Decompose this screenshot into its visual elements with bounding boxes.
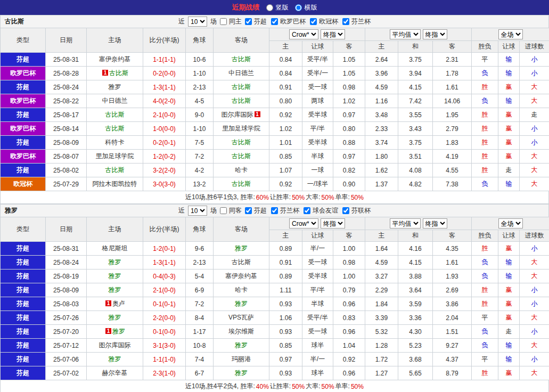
score-cell[interactable]: 2-1(0-0) — [143, 108, 186, 122]
league-filter-checkbox[interactable] — [304, 207, 310, 214]
away-team-cell[interactable]: 雅罗 — [214, 339, 269, 353]
fulltime-select[interactable]: 全场 — [498, 218, 523, 228]
league-filter-option[interactable]: 芬兰杯 — [342, 17, 371, 26]
team-name-link[interactable]: 中日德兰 — [102, 97, 128, 104]
team-name-link[interactable]: VPS瓦萨 — [228, 314, 254, 321]
home-team-cell[interactable]: 塞伊奈约基 — [87, 53, 143, 67]
team-name-link[interactable]: 雅罗 — [235, 369, 248, 377]
league-filter-option[interactable]: 芬超 — [245, 206, 267, 215]
score-cell[interactable]: 1-3(1-1) — [143, 80, 186, 94]
team-name-link[interactable]: 雅罗 — [109, 355, 121, 363]
away-team-cell[interactable]: 古比斯 — [214, 94, 269, 108]
league-filter-option[interactable]: 芬兰杯 — [271, 206, 299, 215]
vertical-layout-radio[interactable] — [266, 4, 273, 11]
home-team-cell[interactable]: 科特卡 — [87, 136, 143, 150]
score-cell[interactable]: 2-3(1-0) — [143, 366, 186, 380]
home-team-cell[interactable]: 古比斯 — [87, 108, 143, 122]
league-filter-checkbox[interactable] — [271, 18, 278, 25]
horizontal-layout-radio[interactable] — [295, 4, 302, 11]
away-team-cell[interactable]: 雅罗 — [214, 297, 269, 311]
score-cell[interactable]: 0-1(0-1) — [143, 297, 186, 311]
team-name-link[interactable]: 雅罗 — [112, 328, 125, 335]
league-filter-checkbox[interactable] — [310, 18, 317, 25]
score-cell[interactable]: 1-0(0-0) — [143, 122, 186, 136]
home-team-cell[interactable]: 雅罗 — [87, 80, 143, 94]
same-venue-checkbox[interactable] — [220, 207, 227, 214]
team-name-link[interactable]: 塞伊奈约基 — [225, 272, 257, 280]
home-team-cell[interactable]: 里加足球学院 — [87, 150, 143, 164]
away-team-cell[interactable]: 雅罗 — [214, 366, 269, 380]
team-name-link[interactable]: 雅罗 — [109, 83, 121, 91]
league-filter-checkbox[interactable] — [245, 18, 252, 25]
team-name-link[interactable]: 科特卡 — [105, 138, 125, 146]
away-team-cell[interactable]: 古比斯 — [214, 256, 269, 270]
team-name-link[interactable]: 古比斯 — [105, 111, 125, 118]
league-filter-checkbox[interactable] — [342, 207, 349, 214]
recent-count-select[interactable]: 10 — [188, 206, 207, 216]
away-team-cell[interactable]: VPS瓦萨 — [214, 311, 269, 325]
away-team-cell[interactable]: 雅罗 — [214, 242, 269, 256]
away-team-cell[interactable]: 哈卡 — [214, 164, 269, 177]
team-name-link[interactable]: 古比斯 — [105, 125, 125, 132]
team-name-link[interactable]: 塞伊奈约基 — [99, 55, 131, 63]
home-team-cell[interactable]: 雅罗 — [87, 283, 143, 297]
team-name-link[interactable]: 图尔库国际 — [222, 111, 253, 118]
home-team-cell[interactable]: 雅罗 — [87, 311, 143, 325]
team-name-link[interactable]: 格尼斯坦 — [102, 244, 128, 252]
away-team-cell[interactable]: 中日德兰 — [214, 67, 269, 80]
away-team-cell[interactable]: 埃尔维斯 — [214, 325, 269, 339]
home-team-cell[interactable]: 雅罗 — [87, 256, 143, 270]
average-select[interactable]: 平均值 — [390, 218, 421, 228]
score-cell[interactable]: 1-1(1-0) — [143, 353, 186, 366]
away-team-cell[interactable]: 古比斯 — [214, 150, 269, 164]
away-team-cell[interactable]: 里加足球学院 — [214, 122, 269, 136]
score-cell[interactable]: 0-2(0-0) — [143, 67, 186, 80]
home-team-cell[interactable]: 赫尔辛基 — [87, 366, 143, 380]
team-name-link[interactable]: 雅罗 — [235, 341, 248, 349]
home-team-cell[interactable]: 古比斯 — [87, 122, 143, 136]
league-filter-option[interactable]: 球会友谊 — [304, 206, 338, 215]
league-filter-checkbox[interactable] — [342, 18, 349, 25]
away-team-cell[interactable]: 古比斯 — [214, 177, 269, 191]
score-cell[interactable]: 0-1(0-0) — [143, 325, 186, 339]
score-cell[interactable]: 3-2(2-0) — [143, 164, 186, 177]
same-venue-option[interactable]: 同客 — [220, 206, 242, 215]
recent-count-select[interactable]: 10 — [188, 17, 207, 27]
team-name-link[interactable]: 古比斯 — [109, 69, 128, 77]
home-team-cell[interactable]: 阿拉木图凯拉特 — [87, 177, 143, 191]
away-team-cell[interactable]: 玛丽港 — [214, 353, 269, 366]
league-filter-option[interactable]: 欧罗巴杯 — [271, 17, 306, 26]
home-team-cell[interactable]: 1雅罗 — [87, 325, 143, 339]
team-name-link[interactable]: 中日德兰 — [228, 69, 254, 77]
team-name-link[interactable]: 玛丽港 — [232, 355, 251, 363]
bookmaker-select[interactable]: Crow* — [289, 29, 318, 39]
score-cell[interactable]: 1-2(0-2) — [143, 150, 186, 164]
home-team-cell[interactable]: 格尼斯坦 — [87, 242, 143, 256]
team-name-link[interactable]: 哈卡 — [235, 166, 248, 174]
team-name-link[interactable]: 雅罗 — [109, 258, 121, 266]
score-cell[interactable]: 0-2(0-1) — [143, 136, 186, 150]
avg-odds-type-select[interactable]: 终指 — [423, 29, 447, 39]
bookmaker-select[interactable]: Crow* — [289, 218, 318, 228]
league-filter-option[interactable]: 欧冠杯 — [310, 17, 338, 26]
away-team-cell[interactable]: 古比斯 — [214, 136, 269, 150]
average-select[interactable]: 平均值 — [390, 29, 421, 39]
team-name-link[interactable]: 里加足球学院 — [222, 125, 260, 132]
team-name-link[interactable]: 古比斯 — [232, 258, 251, 266]
team-name-link[interactable]: 古比斯 — [232, 138, 251, 146]
score-cell[interactable]: 1-1(1-1) — [143, 53, 186, 67]
fulltime-select[interactable]: 全场 — [498, 29, 523, 39]
team-name-link[interactable]: 阿拉木图凯拉特 — [93, 180, 137, 187]
score-cell[interactable]: 3-1(3-0) — [143, 339, 186, 353]
score-cell[interactable]: 4-0(2-0) — [143, 94, 186, 108]
avg-odds-type-select[interactable]: 终指 — [423, 218, 447, 228]
league-filter-checkbox[interactable] — [245, 207, 252, 214]
team-name-link[interactable]: 古比斯 — [232, 180, 251, 187]
odds-type-select[interactable]: 终指 — [321, 29, 345, 39]
same-venue-option[interactable]: 同主 — [220, 17, 242, 26]
league-filter-checkbox[interactable] — [271, 207, 278, 214]
away-team-cell[interactable]: 古比斯 — [214, 80, 269, 94]
team-name-link[interactable]: 古比斯 — [232, 97, 251, 104]
same-venue-checkbox[interactable] — [220, 18, 227, 25]
league-filter-option[interactable]: 芬联杯 — [342, 206, 371, 215]
